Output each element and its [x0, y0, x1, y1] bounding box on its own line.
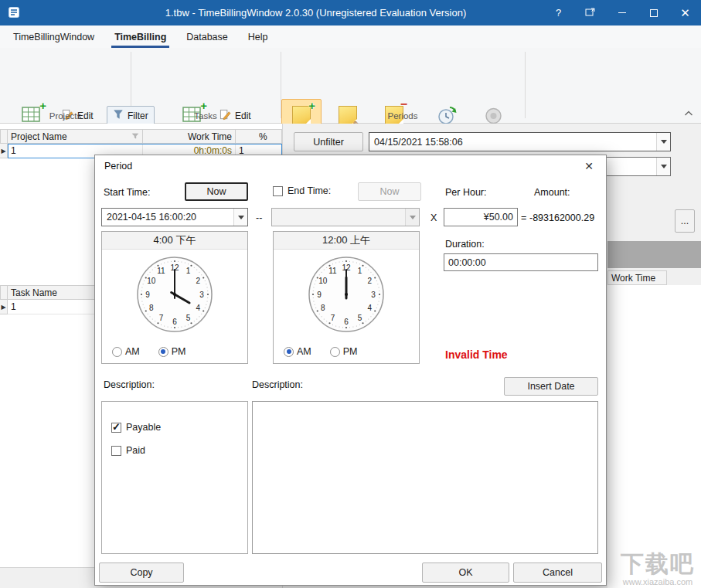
svg-text:11: 11	[328, 267, 337, 275]
paid-row[interactable]: Paid	[111, 445, 145, 456]
datetime-filter-combo[interactable]: 04/15/2021 15:58:06	[369, 132, 671, 151]
group-separator	[525, 52, 526, 118]
svg-text:8: 8	[321, 304, 325, 312]
pm-radio[interactable]	[330, 347, 340, 357]
end-analog-clock[interactable]: 123456789101112	[274, 254, 419, 335]
paid-label: Paid	[126, 445, 145, 456]
ok-button[interactable]: OK	[422, 563, 509, 583]
svg-text:8: 8	[149, 304, 154, 312]
per-hour-label: Per Hour:	[445, 187, 487, 198]
maximize-button[interactable]	[638, 0, 669, 25]
periods-group-label: Periods	[281, 111, 525, 121]
multiply-sign: X	[430, 212, 437, 223]
chevron-down-icon[interactable]	[233, 209, 247, 226]
copy-button[interactable]: Copy	[99, 563, 184, 583]
minimize-button[interactable]	[606, 0, 638, 25]
projects-col-percent-header[interactable]: %	[236, 129, 282, 144]
duration-field[interactable]: 00:00:00	[444, 253, 598, 271]
app-icon	[8, 6, 20, 21]
svg-text:9: 9	[145, 291, 150, 299]
maximize-icon	[650, 9, 658, 17]
svg-text:6: 6	[172, 318, 177, 326]
dialog-title: Period	[104, 161, 132, 172]
per-hour-field[interactable]: ¥50.00	[444, 208, 518, 226]
end-time-checkbox-row[interactable]: End Time:	[273, 185, 331, 196]
end-time-checkbox[interactable]	[273, 186, 283, 196]
flags-panel: Payable Paid	[101, 401, 248, 554]
menu-help[interactable]: Help	[238, 25, 278, 48]
period-dialog: Period ✕ Start Time: Now End Time: Now P…	[94, 155, 607, 586]
menu-timebillingwindow[interactable]: TimeBillingWindow	[3, 25, 104, 48]
menu-timebilling[interactable]: TimeBilling	[104, 25, 176, 48]
start-time-label: Start Time:	[104, 187, 150, 198]
start-time-combo[interactable]: 2021-04-15 16:00:20	[101, 208, 248, 226]
svg-text:1: 1	[358, 267, 362, 275]
end-clock-header: 12:00 上午	[274, 232, 419, 250]
svg-text:7: 7	[331, 314, 335, 322]
svg-text:4: 4	[196, 304, 201, 312]
new-window-icon	[585, 7, 595, 19]
description-textarea[interactable]	[252, 401, 598, 554]
periods-worktime-header[interactable]: Work Time	[607, 270, 667, 285]
chevron-down-icon[interactable]	[656, 158, 670, 175]
payable-row[interactable]: Payable	[111, 422, 161, 433]
minimize-icon	[618, 12, 626, 13]
end-time-label: End Time:	[288, 185, 331, 196]
periods-list-background	[607, 285, 701, 588]
menubar: TimeBillingWindow TimeBilling Database H…	[0, 25, 701, 48]
amount-label: Amount:	[534, 187, 570, 198]
row-marker: ▶	[0, 300, 8, 314]
svg-text:10: 10	[318, 277, 328, 285]
insert-date-button[interactable]: Insert Date	[504, 377, 598, 396]
svg-text:5: 5	[358, 314, 362, 322]
column-filter-icon[interactable]	[131, 131, 139, 142]
pm-option[interactable]: PM	[330, 346, 358, 357]
new-window-button[interactable]	[574, 0, 606, 25]
collapse-ribbon-button[interactable]	[684, 108, 693, 119]
paid-checkbox[interactable]	[111, 446, 121, 456]
ribbon: + Add Edit ✖ Delete Filter Show Projects…	[0, 48, 701, 124]
pm-radio[interactable]	[158, 347, 168, 357]
start-now-button[interactable]: Now	[185, 182, 248, 201]
am-option[interactable]: AM	[284, 346, 311, 357]
cancel-button[interactable]: Cancel	[513, 563, 602, 583]
titlebar: 1.tbw - TimeBillingWindow 2.0.30 (Unregi…	[0, 0, 701, 25]
equals-sign: =	[521, 212, 526, 223]
projects-col-worktime-header[interactable]: Work Time	[143, 129, 236, 144]
amount-value: -893162000.29	[529, 212, 594, 223]
close-button[interactable]: ✕	[669, 0, 701, 25]
svg-text:3: 3	[371, 291, 376, 299]
projects-col-name-header[interactable]: Project Name	[8, 129, 143, 144]
start-clock-panel: 4:00 下午 123456789101112 AM PM	[101, 231, 248, 364]
start-analog-clock[interactable]: 123456789101112	[102, 254, 247, 335]
more-options-button[interactable]: ...	[675, 209, 695, 233]
dialog-close-button[interactable]: ✕	[572, 155, 606, 177]
chevron-down-icon[interactable]	[656, 133, 670, 151]
payable-label: Payable	[126, 422, 161, 433]
close-icon: ✕	[584, 160, 594, 172]
unfilter-button[interactable]: Unfilter	[294, 132, 363, 151]
end-time-combo	[271, 208, 420, 226]
range-dash: --	[256, 212, 262, 223]
periods-group-band	[607, 241, 701, 268]
svg-text:3: 3	[199, 291, 204, 299]
svg-text:2: 2	[368, 277, 373, 285]
end-clock-panel: 12:00 上午 123456789101112 AM PM	[273, 231, 420, 364]
svg-text:7: 7	[159, 314, 164, 322]
help-button[interactable]: ?	[543, 0, 574, 25]
am-radio[interactable]	[112, 347, 122, 357]
duration-label: Duration:	[445, 239, 485, 250]
end-now-button: Now	[358, 182, 421, 201]
payable-checkbox[interactable]	[111, 423, 121, 433]
tasks-group-label: Tasks	[131, 111, 281, 121]
svg-text:5: 5	[186, 314, 191, 322]
am-radio[interactable]	[284, 347, 294, 357]
invalid-time-warning: Invalid Time	[445, 348, 508, 361]
svg-text:6: 6	[344, 318, 349, 326]
menu-database[interactable]: Database	[176, 25, 238, 48]
pm-option[interactable]: PM	[158, 346, 186, 357]
svg-text:2: 2	[196, 277, 201, 285]
am-option[interactable]: AM	[112, 346, 140, 357]
app-window: 1.tbw - TimeBillingWindow 2.0.30 (Unregi…	[0, 0, 701, 588]
projects-marker-header	[0, 129, 8, 144]
